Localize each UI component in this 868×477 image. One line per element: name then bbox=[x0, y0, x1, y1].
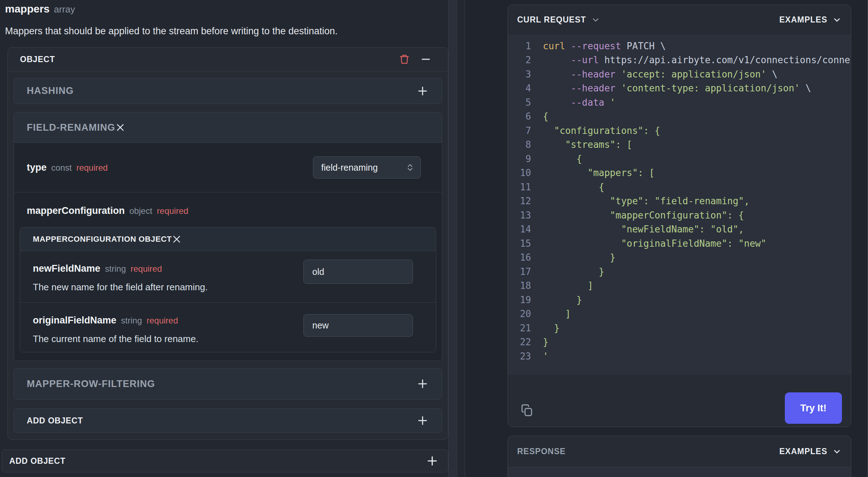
plus-icon[interactable] bbox=[417, 378, 428, 390]
line-number: 10 bbox=[508, 167, 531, 178]
line-number: 1 bbox=[508, 41, 531, 51]
close-icon[interactable] bbox=[172, 234, 182, 244]
type-select[interactable]: field-renaming bbox=[313, 156, 421, 179]
property-name: mapperConfiguration bbox=[27, 205, 125, 216]
api-docs-screen: mappers array Mappers that should be app… bbox=[0, 0, 868, 477]
code-text: --header 'accept: application/json' \ bbox=[543, 69, 777, 80]
field-renaming-label: FIELD-RENAMING bbox=[27, 122, 115, 133]
curl-request-title: CURL REQUEST bbox=[517, 15, 586, 25]
code-line: 23' bbox=[508, 349, 851, 363]
object-panel-header: OBJECT bbox=[8, 47, 448, 71]
code-token-json: ] bbox=[543, 280, 593, 291]
code-line: 19 } bbox=[508, 293, 851, 307]
code-line: 15 "originalFieldName": "new" bbox=[508, 236, 851, 251]
code-line: 22} bbox=[508, 335, 851, 350]
plus-icon bbox=[426, 455, 438, 467]
close-icon[interactable] bbox=[115, 122, 125, 132]
add-object-button-inner[interactable]: ADD OBJECT bbox=[14, 408, 442, 433]
code-token-json: } bbox=[543, 266, 604, 277]
object-panel: OBJECT HASHING bbox=[7, 47, 448, 440]
response-title: RESPONSE bbox=[517, 447, 566, 456]
new-field-name-row: newFieldName string required The new nam… bbox=[20, 251, 436, 303]
line-number: 3 bbox=[508, 69, 531, 80]
field-renaming-section: FIELD-RENAMING type const required field… bbox=[14, 112, 442, 361]
trash-icon bbox=[399, 54, 410, 65]
code-token-kw: curl bbox=[543, 41, 571, 51]
plus-icon[interactable] bbox=[417, 85, 428, 97]
required-badge: required bbox=[147, 316, 178, 326]
line-number: 2 bbox=[508, 55, 531, 65]
required-badge: required bbox=[131, 264, 162, 274]
code-text: "mapperConfiguration": { bbox=[543, 210, 744, 221]
code-token-json: } bbox=[543, 295, 582, 305]
code-line: 12 "type": "field-renaming", bbox=[508, 194, 851, 209]
code-token-plain: https://api.airbyte.com/v1/connections/c… bbox=[604, 55, 850, 65]
property-kind: string bbox=[105, 264, 126, 274]
code-token-json: "mapperConfiguration": { bbox=[543, 210, 744, 221]
mapper-row-filtering-label: MAPPER-ROW-FILTERING bbox=[27, 378, 155, 390]
code-token-plain: PATCH \ bbox=[627, 41, 666, 51]
curl-request-panel: CURL REQUEST EXAMPLES 1curl --request PA… bbox=[508, 5, 851, 427]
code-text: } bbox=[543, 323, 560, 333]
line-number: 18 bbox=[508, 280, 531, 291]
curl-request-dropdown[interactable]: CURL REQUEST bbox=[517, 15, 600, 25]
mapper-configuration-object-panel: MAPPERCONFIGURATION OBJECT newFieldName … bbox=[20, 227, 436, 352]
code-text: ] bbox=[543, 280, 593, 291]
left-column-scrollbar[interactable] bbox=[448, 0, 457, 477]
add-object-button-outer[interactable]: ADD OBJECT bbox=[2, 450, 448, 472]
code-token-json: { bbox=[543, 154, 582, 164]
code-line: 18 ] bbox=[508, 279, 851, 293]
try-it-button[interactable]: Try It! bbox=[785, 392, 842, 424]
delete-object-button[interactable] bbox=[398, 53, 411, 66]
type-select-value: field-renaming bbox=[321, 162, 378, 173]
response-title-group: RESPONSE bbox=[517, 447, 566, 456]
code-token-plain bbox=[543, 97, 571, 108]
line-number: 19 bbox=[508, 295, 531, 305]
code-token-json: "configurations": { bbox=[543, 125, 660, 136]
line-number: 21 bbox=[508, 323, 531, 333]
curl-code-block[interactable]: 1curl --request PATCH \2 --url https://a… bbox=[508, 35, 851, 375]
line-number: 16 bbox=[508, 252, 531, 263]
property-kind: string bbox=[121, 316, 142, 326]
copy-code-button[interactable] bbox=[520, 403, 534, 417]
schema-property-title: mappers array bbox=[5, 3, 75, 15]
code-token-json: } bbox=[543, 337, 549, 347]
examples-label: EXAMPLES bbox=[779, 15, 827, 25]
code-text: "mappers": [ bbox=[543, 167, 655, 178]
code-token-json: } bbox=[543, 252, 616, 263]
field-renaming-header[interactable]: FIELD-RENAMING bbox=[14, 112, 442, 143]
new-field-name-input[interactable] bbox=[303, 260, 413, 284]
code-text: ] bbox=[543, 308, 571, 319]
curl-panel-footer: Try It! bbox=[508, 383, 851, 427]
code-token-flag: --header bbox=[571, 69, 621, 80]
collapse-object-button[interactable] bbox=[419, 53, 432, 66]
request-examples-dropdown[interactable]: EXAMPLES bbox=[779, 15, 842, 25]
code-line: 14 "newFieldName": "old", bbox=[508, 222, 851, 237]
mapper-row-filtering-section[interactable]: MAPPER-ROW-FILTERING bbox=[14, 368, 442, 400]
code-text: } bbox=[543, 266, 604, 277]
field-description: The current name of the field to rename. bbox=[33, 333, 198, 345]
plus-icon bbox=[417, 415, 428, 426]
code-line: 10 "mappers": [ bbox=[508, 166, 851, 180]
code-token-json: "type": "field-renaming", bbox=[543, 196, 750, 206]
code-text: } bbox=[543, 295, 582, 305]
original-field-name-row: originalFieldName string required The cu… bbox=[20, 303, 436, 352]
code-line: 11 { bbox=[508, 180, 851, 194]
line-number: 13 bbox=[508, 210, 531, 221]
code-token-flag: --data bbox=[571, 97, 610, 108]
original-field-name-input[interactable] bbox=[303, 314, 413, 337]
hashing-section[interactable]: HASHING bbox=[14, 78, 442, 104]
code-token-flag: --url bbox=[571, 55, 604, 65]
line-number: 7 bbox=[508, 125, 531, 136]
add-object-label: ADD OBJECT bbox=[27, 416, 83, 426]
line-number: 15 bbox=[508, 238, 531, 249]
response-examples-dropdown[interactable]: EXAMPLES bbox=[779, 447, 842, 456]
code-text: "newFieldName": "old", bbox=[543, 224, 744, 235]
line-number: 6 bbox=[508, 111, 531, 122]
property-description: Mappers that should be applied to the st… bbox=[5, 26, 433, 37]
code-text: --header 'content-type: application/json… bbox=[543, 83, 811, 94]
code-line: 20 ] bbox=[508, 307, 851, 321]
code-token-str: 'content-type: application/json' bbox=[621, 83, 800, 94]
mapper-configuration-label: mapperConfiguration object required bbox=[27, 205, 188, 216]
code-token-json: "streams": [ bbox=[543, 139, 632, 150]
